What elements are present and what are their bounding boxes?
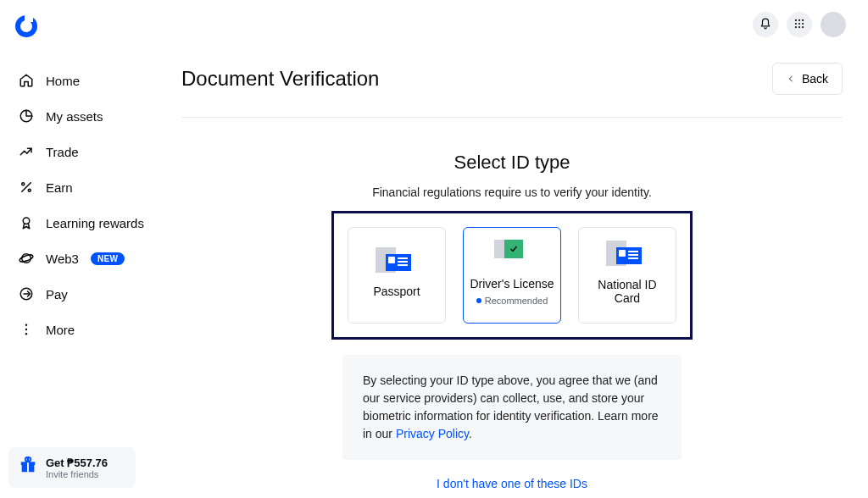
- sidebar-item-label: Pay: [46, 287, 68, 302]
- reward-icon: [19, 215, 34, 230]
- percent-icon: [19, 180, 34, 195]
- svg-point-11: [25, 333, 27, 335]
- svg-point-23: [802, 26, 804, 28]
- logo-container: [0, 15, 145, 41]
- id-option-label: Driver's License: [470, 277, 554, 290]
- sidebar-item-label: My assets: [46, 109, 103, 124]
- svg-point-20: [802, 22, 804, 24]
- svg-point-10: [25, 329, 27, 330]
- invite-friends-card[interactable]: Get ₱557.76 Invite friends: [8, 447, 136, 488]
- privacy-policy-link[interactable]: Privacy Policy: [396, 427, 469, 440]
- grid-icon: [793, 18, 805, 32]
- sidebar-item-earn[interactable]: Earn: [0, 169, 145, 205]
- id-option-label: Passport: [373, 285, 420, 298]
- main-area: Document Verification Back Select ID typ…: [146, 0, 868, 498]
- svg-point-21: [795, 26, 797, 28]
- trend-icon: [19, 144, 34, 159]
- svg-point-3: [22, 183, 25, 185]
- content: Document Verification Back Select ID typ…: [146, 37, 868, 498]
- svg-point-4: [28, 189, 31, 191]
- svg-point-16: [798, 19, 800, 20]
- svg-rect-14: [27, 462, 29, 472]
- sidebar-item-label: Learning rewards: [46, 216, 144, 230]
- back-label: Back: [802, 72, 828, 86]
- gift-icon: [19, 456, 37, 479]
- sidebar-item-label: Earn: [46, 180, 73, 195]
- recommended-badge: Recommended: [476, 296, 548, 306]
- sidebar-item-pay[interactable]: Pay: [0, 276, 145, 312]
- sidebar-item-more[interactable]: More: [0, 312, 145, 347]
- invite-subtitle: Invite friends: [46, 469, 108, 479]
- page-title: Document Verification: [181, 67, 379, 91]
- id-card-icon: [611, 246, 643, 268]
- planet-icon: [19, 251, 34, 266]
- dot-icon: [476, 298, 481, 303]
- notifications-button[interactable]: [753, 12, 778, 37]
- sidebar-item-trade[interactable]: Trade: [0, 134, 145, 169]
- no-id-link[interactable]: I don't have one of these IDs: [241, 477, 783, 490]
- id-card-check-icon: [492, 245, 525, 267]
- sidebar-item-label: Home: [46, 74, 80, 88]
- sidebar-item-label: More: [46, 323, 75, 337]
- bell-icon: [760, 18, 771, 32]
- select-id-subtitle: Financial regulations require us to veri…: [241, 185, 783, 199]
- id-option-passport[interactable]: Passport: [348, 227, 446, 324]
- svg-point-9: [25, 324, 27, 326]
- divider: [181, 117, 843, 118]
- recommended-label: Recommended: [485, 296, 548, 306]
- sidebar: Home My assets Trade Earn Learning rewar…: [0, 0, 146, 498]
- svg-rect-1: [25, 15, 33, 22]
- pie-icon: [19, 108, 34, 124]
- page-header: Document Verification Back: [181, 46, 843, 117]
- id-option-national-id[interactable]: National ID Card: [578, 227, 676, 324]
- consent-suffix: .: [469, 427, 472, 440]
- invite-text: Get ₱557.76 Invite friends: [46, 456, 108, 479]
- user-avatar[interactable]: [821, 12, 846, 37]
- svg-point-15: [795, 19, 797, 20]
- pay-icon: [19, 286, 34, 302]
- svg-point-17: [802, 19, 804, 20]
- id-option-label: National ID Card: [584, 278, 670, 305]
- topbar: [146, 0, 868, 37]
- svg-point-7: [19, 253, 34, 263]
- id-card-icon: [381, 252, 413, 274]
- new-badge: NEW: [91, 252, 125, 265]
- sidebar-item-learning-rewards[interactable]: Learning rewards: [0, 205, 145, 241]
- select-id-title: Select ID type: [241, 152, 783, 174]
- back-button[interactable]: Back: [772, 63, 843, 95]
- sidebar-item-home[interactable]: Home: [0, 63, 145, 98]
- home-icon: [19, 73, 34, 88]
- svg-point-18: [795, 22, 797, 24]
- id-options-row: Passport Driver's License Recommended: [331, 211, 693, 340]
- consent-notice: By selecting your ID type above, you agr…: [342, 355, 682, 460]
- svg-point-19: [798, 22, 800, 24]
- apps-button[interactable]: [787, 12, 812, 37]
- app-root: Home My assets Trade Earn Learning rewar…: [0, 0, 868, 498]
- invite-title: Get ₱557.76: [46, 456, 108, 469]
- sidebar-item-my-assets[interactable]: My assets: [0, 98, 145, 134]
- sidebar-nav: Home My assets Trade Earn Learning rewar…: [0, 63, 145, 347]
- id-selection-section: Select ID type Financial regulations req…: [241, 152, 783, 490]
- chevron-left-icon: [787, 72, 795, 86]
- more-icon: [19, 322, 34, 337]
- svg-point-22: [798, 26, 800, 28]
- id-option-drivers-license[interactable]: Driver's License Recommended: [463, 227, 561, 324]
- sidebar-item-web3[interactable]: Web3 NEW: [0, 241, 145, 276]
- coinbase-logo-icon[interactable]: [15, 25, 37, 40]
- sidebar-item-label: Web3: [46, 252, 79, 266]
- sidebar-item-label: Trade: [46, 145, 79, 159]
